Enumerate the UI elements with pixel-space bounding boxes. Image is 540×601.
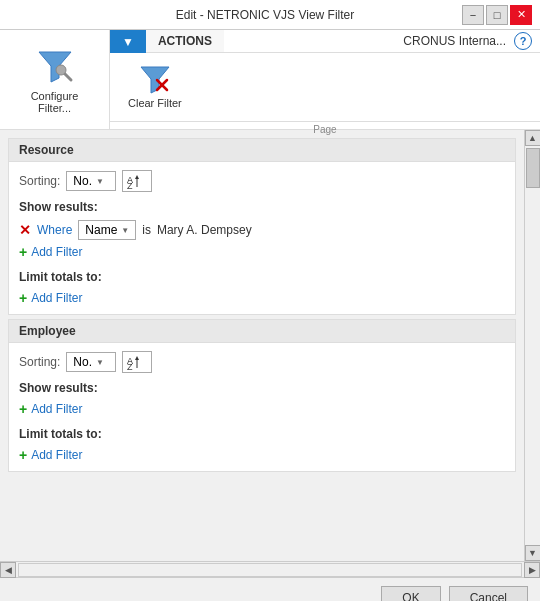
resource-add-show-filter-button[interactable]: + Add Filter [19,244,505,260]
svg-marker-9 [135,175,139,179]
company-name: CRONUS Interna... ? [224,30,540,53]
title-bar: Edit - NETRONIC VJS View Filter − □ ✕ [0,0,540,30]
employee-sorting-field-dropdown[interactable]: No. ▼ [66,352,116,372]
ok-button[interactable]: OK [381,586,440,602]
scroll-down-button[interactable]: ▼ [525,545,541,561]
employee-section-body: Sorting: No. ▼ A Z Sh [9,343,515,471]
plus-icon: + [19,447,27,463]
plus-icon: + [19,290,27,306]
resource-operator-text: is [142,223,151,237]
bottom-bar: OK Cancel [0,577,540,601]
resource-section: Resource Sorting: No. ▼ A Z [8,138,516,315]
clear-filter-label: Clear Filter [128,97,182,109]
resource-show-results-label: Show results: [19,200,505,214]
ribbon: ConfigureFilter... ▼ ACTIONS CRONUS Inte… [0,30,540,130]
chevron-down-icon: ▼ [121,226,129,235]
svg-text:Z: Z [127,362,133,370]
title-text: Edit - NETRONIC VJS View Filter [68,8,462,22]
window-controls: − □ ✕ [462,5,532,25]
resource-field-dropdown[interactable]: Name ▼ [78,220,136,240]
ribbon-main: ▼ ACTIONS CRONUS Interna... ? Clear Filt… [110,30,540,129]
employee-add-limit-filter-button[interactable]: + Add Filter [19,447,505,463]
resource-remove-filter-button[interactable]: ✕ [19,222,31,238]
resource-limit-totals-label: Limit totals to: [19,270,505,284]
cancel-button[interactable]: Cancel [449,586,528,602]
configure-filter-label: ConfigureFilter... [31,90,79,114]
actions-tab[interactable]: ACTIONS [146,30,224,53]
resource-section-header: Resource [9,139,515,162]
resource-section-body: Sorting: No. ▼ A Z Sh [9,162,515,314]
chevron-down-icon: ▼ [96,358,104,367]
employee-section-header: Employee [9,320,515,343]
resource-sorting-label: Sorting: [19,174,60,188]
plus-icon: + [19,401,27,417]
resource-az-button[interactable]: A Z [122,170,152,192]
vertical-scrollbar[interactable]: ▲ ▼ [524,130,540,561]
scroll-right-button[interactable]: ▶ [524,562,540,578]
svg-marker-13 [135,356,139,360]
employee-show-results-label: Show results: [19,381,505,395]
resource-sorting-row: Sorting: No. ▼ A Z [19,170,505,192]
ribbon-content: Clear Filter [110,53,540,119]
svg-point-2 [56,65,66,75]
employee-add-show-filter-button[interactable]: + Add Filter [19,401,505,417]
resource-add-limit-filter-button[interactable]: + Add Filter [19,290,505,306]
ribbon-tabs: ▼ ACTIONS CRONUS Interna... ? [110,30,540,53]
chevron-down-icon: ▼ [96,177,104,186]
main-content: Resource Sorting: No. ▼ A Z [0,130,540,561]
svg-text:Z: Z [127,181,133,189]
resource-sorting-field-dropdown[interactable]: No. ▼ [66,171,116,191]
configure-filter-icon [35,46,75,86]
ribbon-dropdown-arrow[interactable]: ▼ [110,30,146,53]
help-button[interactable]: ? [514,32,532,50]
hscroll-track[interactable] [18,563,522,577]
close-button[interactable]: ✕ [510,5,532,25]
scroll-up-button[interactable]: ▲ [525,130,541,146]
clear-filter-button[interactable]: Clear Filter [120,59,190,113]
employee-sorting-row: Sorting: No. ▼ A Z [19,351,505,373]
resource-filter-row: ✕ Where Name ▼ is Mary A. Dempsey [19,220,505,240]
configure-filter-button[interactable]: ConfigureFilter... [0,30,110,129]
resource-where-link[interactable]: Where [37,223,72,237]
scroll-thumb[interactable] [526,148,540,188]
resource-filter-value: Mary A. Dempsey [157,223,505,237]
plus-icon: + [19,244,27,260]
clear-filter-icon [139,63,171,95]
employee-limit-totals-label: Limit totals to: [19,427,505,441]
scroll-area[interactable]: Resource Sorting: No. ▼ A Z [0,130,524,561]
scroll-left-button[interactable]: ◀ [0,562,16,578]
maximize-button[interactable]: □ [486,5,508,25]
horizontal-scrollbar[interactable]: ◀ ▶ [0,561,540,577]
employee-section: Employee Sorting: No. ▼ A Z [8,319,516,472]
employee-az-button[interactable]: A Z [122,351,152,373]
svg-marker-0 [39,52,71,82]
employee-sorting-label: Sorting: [19,355,60,369]
minimize-button[interactable]: − [462,5,484,25]
